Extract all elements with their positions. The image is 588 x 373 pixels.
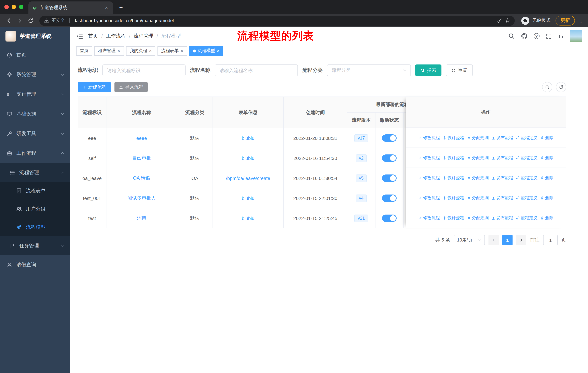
design-action-link[interactable]: 设计流程: [442, 215, 464, 221]
form-info-link[interactable]: biubiu: [242, 215, 254, 221]
app-logo[interactable]: 芋道管理系统: [0, 27, 70, 45]
sidebar-item-home[interactable]: 首页: [0, 45, 70, 65]
reload-icon[interactable]: [26, 15, 36, 26]
sidebar-item-leave-query[interactable]: 请假查询: [0, 255, 70, 275]
close-icon[interactable]: ×: [149, 49, 152, 53]
assign-action-link[interactable]: 分配规则: [467, 135, 489, 141]
user-avatar[interactable]: [570, 30, 582, 42]
sidebar-item-workflow[interactable]: 工作流程: [0, 143, 70, 163]
definition-action-link[interactable]: 流程定义: [516, 175, 537, 181]
tag-process-form[interactable]: 流程表单 ×: [158, 46, 187, 56]
assign-action-link[interactable]: 分配规则: [467, 195, 489, 201]
version-badge[interactable]: v21: [355, 214, 368, 222]
active-toggle[interactable]: [382, 154, 397, 162]
publish-action-link[interactable]: 发布流程: [491, 135, 513, 141]
close-icon[interactable]: ×: [180, 49, 183, 53]
delete-action-link[interactable]: 删除: [540, 155, 554, 161]
design-action-link[interactable]: 设计流程: [442, 195, 464, 201]
assign-action-link[interactable]: 分配规则: [467, 155, 489, 161]
definition-action-link[interactable]: 流程定义: [516, 195, 537, 201]
search-icon[interactable]: [508, 33, 514, 39]
assign-action-link[interactable]: 分配规则: [467, 215, 489, 221]
version-badge[interactable]: v2: [356, 154, 367, 162]
active-toggle[interactable]: [382, 194, 397, 202]
edit-action-link[interactable]: 修改流程: [418, 155, 440, 161]
bookmark-star-icon[interactable]: [505, 18, 510, 23]
process-name-link[interactable]: 滔博: [137, 215, 146, 222]
design-action-link[interactable]: 设计流程: [442, 175, 464, 181]
definition-action-link[interactable]: 流程定义: [516, 135, 537, 141]
form-info-link[interactable]: biubiu: [242, 135, 254, 141]
edit-action-link[interactable]: 修改流程: [418, 195, 440, 201]
sidebar-item-user-group[interactable]: 用户分组: [0, 200, 70, 218]
process-name-link[interactable]: 测试多审批人: [127, 195, 156, 202]
prev-page-button[interactable]: [488, 235, 499, 245]
publish-action-link[interactable]: 发布流程: [491, 155, 513, 161]
process-name-link[interactable]: eeee: [136, 135, 147, 141]
browser-menu-icon[interactable]: ⋮: [578, 17, 584, 24]
close-icon[interactable]: ×: [117, 49, 120, 53]
publish-action-link[interactable]: 发布流程: [491, 195, 513, 201]
active-toggle[interactable]: [382, 174, 397, 182]
version-badge[interactable]: v17: [355, 134, 368, 142]
active-toggle[interactable]: [382, 214, 397, 222]
address-bar[interactable]: 不安全 dashboard.yudao.iocoder.cn/bpm/manag…: [39, 15, 515, 26]
active-toggle[interactable]: [382, 134, 397, 142]
browser-tab[interactable]: 芋道管理系统 ×: [28, 1, 113, 14]
forward-icon[interactable]: [15, 15, 25, 26]
delete-action-link[interactable]: 删除: [540, 195, 554, 201]
new-tab-button[interactable]: +: [116, 2, 126, 13]
back-icon[interactable]: [4, 15, 14, 26]
form-info-link[interactable]: /bpm/oa/leave/create: [226, 175, 270, 181]
refresh-table-button[interactable]: [556, 82, 566, 92]
edit-action-link[interactable]: 修改流程: [418, 215, 440, 221]
tag-home[interactable]: 首页: [76, 46, 92, 56]
edit-action-link[interactable]: 修改流程: [418, 175, 440, 181]
breadcrumb-workflow[interactable]: 工作流程: [106, 33, 126, 39]
page-1-button[interactable]: 1: [502, 235, 513, 245]
sidebar-item-process-form[interactable]: 流程表单: [0, 182, 70, 200]
update-button[interactable]: 更新: [556, 16, 575, 26]
import-process-button[interactable]: 导入流程: [115, 82, 148, 92]
edit-action-link[interactable]: 修改流程: [418, 135, 440, 141]
next-page-button[interactable]: [516, 235, 526, 245]
sidebar-item-devtools[interactable]: 研发工具: [0, 124, 70, 143]
breadcrumb-process-management[interactable]: 流程管理: [134, 33, 153, 39]
design-action-link[interactable]: 设计流程: [442, 135, 464, 141]
sidebar-item-process-management[interactable]: 流程管理: [0, 163, 70, 182]
tag-my-process[interactable]: 我的流程 ×: [126, 46, 155, 56]
toggle-search-button[interactable]: [542, 82, 552, 92]
publish-action-link[interactable]: 发布流程: [491, 215, 513, 221]
tag-process-model[interactable]: 流程模型 ×: [189, 46, 223, 56]
breadcrumb-home[interactable]: 首页: [88, 33, 98, 39]
process-name-input[interactable]: [215, 64, 298, 76]
publish-action-link[interactable]: 发布流程: [491, 175, 513, 181]
version-badge[interactable]: v5: [356, 174, 367, 182]
sidebar-item-payment[interactable]: ¥ 支付管理: [0, 84, 70, 104]
tag-tenant[interactable]: 租户管理 ×: [94, 46, 124, 56]
process-name-link[interactable]: 自己审批: [132, 155, 151, 161]
github-icon[interactable]: [521, 33, 527, 39]
close-icon[interactable]: ×: [217, 49, 220, 53]
design-action-link[interactable]: 设计流程: [442, 155, 464, 161]
fullscreen-icon[interactable]: [546, 33, 552, 39]
reset-button[interactable]: 重置: [446, 64, 473, 76]
search-button[interactable]: 搜索: [415, 64, 441, 76]
form-info-link[interactable]: biubiu: [242, 195, 254, 201]
version-badge[interactable]: v4: [356, 194, 367, 202]
definition-action-link[interactable]: 流程定义: [516, 215, 537, 221]
tab-close-icon[interactable]: ×: [104, 5, 109, 10]
sidebar-item-system[interactable]: 系统管理: [0, 65, 70, 84]
delete-action-link[interactable]: 删除: [540, 215, 554, 221]
sidebar-item-process-model[interactable]: 流程模型: [0, 218, 70, 236]
definition-action-link[interactable]: 流程定义: [516, 155, 537, 161]
minimize-window-button[interactable]: [12, 5, 16, 9]
close-window-button[interactable]: [4, 5, 9, 9]
sidebar-fold-icon[interactable]: [76, 33, 83, 40]
goto-page-input[interactable]: [543, 235, 558, 245]
process-name-link[interactable]: OA 请假: [133, 175, 150, 181]
process-key-input[interactable]: [102, 64, 186, 76]
process-category-select[interactable]: 流程分类: [327, 64, 411, 76]
sidebar-item-infrastructure[interactable]: 基础设施: [0, 104, 70, 124]
font-size-icon[interactable]: TT: [558, 33, 564, 39]
